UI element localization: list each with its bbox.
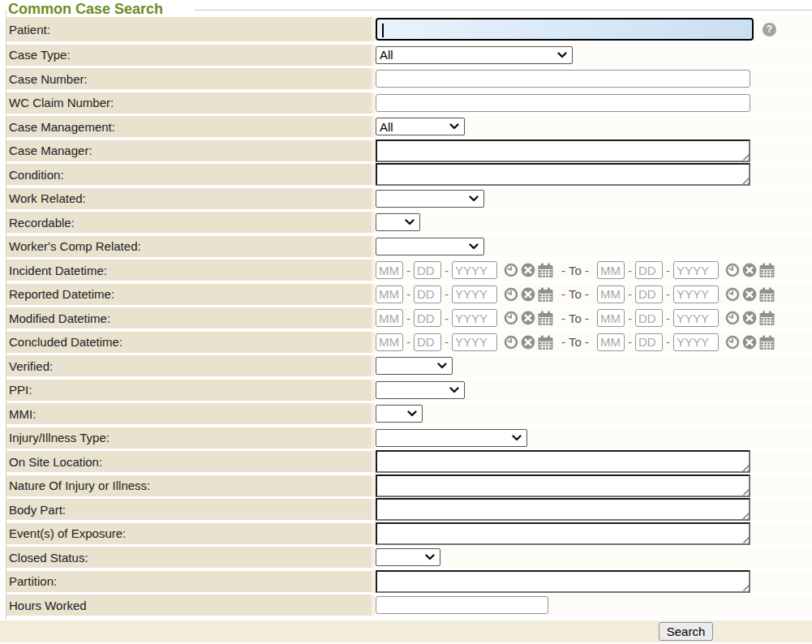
mmi-select[interactable] [376, 405, 423, 423]
verified-select[interactable] [376, 357, 453, 375]
concluded-from-month-input[interactable] [376, 333, 403, 351]
case-number-input[interactable] [376, 70, 750, 88]
concluded-from-year-input[interactable] [452, 333, 497, 351]
incident-datetime-field-cell: - - - To - - - [375, 260, 812, 281]
work-related-label: Work Related: [6, 188, 372, 209]
reported-from-year-input[interactable] [452, 286, 497, 303]
closed-status-select[interactable] [376, 548, 440, 566]
search-button[interactable]: Search [659, 622, 713, 641]
case-number-label: Case Number: [6, 68, 372, 89]
concluded-datetime-range: - - - To - - - [376, 333, 775, 351]
clock-icon[interactable] [504, 287, 518, 302]
clock-icon[interactable] [504, 335, 518, 350]
form-row-case-manager: Case Manager: [6, 140, 812, 161]
reported-from-month-input[interactable] [376, 286, 403, 303]
calendar-icon[interactable] [759, 335, 775, 350]
verified-label: Verified: [6, 355, 372, 376]
concluded-to-day-input[interactable] [635, 333, 663, 351]
form-row-reported-datetime: Reported Datetime: - - - To - - [6, 284, 812, 305]
clear-icon[interactable] [521, 263, 535, 277]
modified-to-year-input[interactable] [673, 309, 719, 327]
modified-from-month-input[interactable] [376, 309, 403, 327]
case-type-select[interactable]: All [376, 46, 573, 64]
form-row-condition: Condition: [6, 164, 812, 185]
form-row-nature-of-injury: Nature Of Injury or Illness: [6, 475, 812, 496]
patient-field-cell: ? [375, 17, 812, 41]
ppi-label: PPI: [6, 380, 372, 401]
body-part-field-cell [375, 499, 812, 520]
calendar-icon[interactable] [759, 263, 775, 277]
date-separator: - [628, 335, 632, 349]
calendar-icon[interactable] [538, 287, 553, 302]
fieldset-border-top [195, 10, 812, 11]
work-related-select[interactable] [376, 190, 484, 208]
clock-icon[interactable] [504, 263, 518, 277]
form-row-events-of-exposure: Event(s) of Exposure: [6, 523, 812, 544]
incident-to-day-input[interactable] [635, 261, 663, 279]
clear-icon[interactable] [521, 287, 535, 302]
modified-to-day-input[interactable] [635, 309, 663, 327]
case-manager-field-cell [375, 140, 812, 161]
calendar-icon[interactable] [538, 263, 553, 277]
ppi-select[interactable] [376, 381, 465, 399]
wc-claim-number-input[interactable] [376, 94, 750, 112]
incident-from-month-input[interactable] [376, 261, 403, 279]
clock-icon[interactable] [725, 311, 740, 325]
modified-from-year-input[interactable] [452, 309, 497, 327]
incident-from-day-input[interactable] [414, 261, 441, 279]
patient-input[interactable] [376, 18, 754, 41]
date-separator: - [445, 264, 449, 277]
chevron-down-icon [405, 219, 415, 225]
case-manager-textarea[interactable] [376, 140, 750, 162]
workers-comp-related-select[interactable] [376, 238, 484, 255]
reported-datetime-field-cell: - - - To - - - [375, 284, 812, 305]
clock-icon[interactable] [504, 311, 518, 325]
injury-illness-type-select[interactable] [376, 429, 527, 447]
body-part-textarea[interactable] [376, 498, 750, 521]
condition-textarea[interactable] [376, 163, 750, 186]
reported-to-day-input[interactable] [635, 286, 663, 303]
calendar-icon[interactable] [759, 311, 775, 325]
incident-from-year-input[interactable] [452, 261, 497, 279]
reported-to-year-input[interactable] [673, 286, 719, 303]
patient-label: Patient: [6, 17, 372, 41]
clock-icon[interactable] [725, 263, 740, 277]
hours-worked-input[interactable] [376, 596, 548, 614]
reported-to-month-input[interactable] [597, 286, 625, 303]
chevron-down-icon [557, 52, 567, 58]
case-type-field-cell: All [375, 45, 812, 66]
clear-icon[interactable] [742, 263, 757, 277]
chevron-down-icon [437, 363, 447, 369]
concluded-from-day-input[interactable] [414, 333, 441, 351]
recordable-select[interactable] [376, 213, 420, 231]
clock-icon[interactable] [725, 287, 740, 302]
form-row-case-management: Case Management: All [6, 116, 812, 137]
clear-icon[interactable] [742, 287, 757, 302]
clear-icon[interactable] [521, 311, 535, 325]
modified-from-day-input[interactable] [414, 309, 441, 327]
clear-icon[interactable] [521, 335, 535, 350]
calendar-icon[interactable] [759, 287, 775, 302]
clear-icon[interactable] [742, 335, 757, 350]
clock-icon[interactable] [725, 335, 740, 350]
clear-icon[interactable] [742, 311, 757, 325]
concluded-to-year-input[interactable] [673, 333, 719, 351]
case-management-select[interactable]: All [376, 118, 465, 135]
partition-label: Partition: [6, 571, 372, 592]
workers-comp-related-label: Worker's Comp Related: [6, 236, 372, 257]
reported-from-day-input[interactable] [414, 286, 441, 303]
modified-datetime-label: Modified Datetime: [6, 307, 372, 328]
modified-to-month-input[interactable] [597, 309, 625, 327]
help-icon[interactable]: ? [763, 23, 776, 36]
nature-of-injury-textarea[interactable] [376, 474, 750, 497]
events-of-exposure-textarea[interactable] [376, 522, 750, 545]
on-site-location-textarea[interactable] [376, 450, 750, 473]
calendar-icon[interactable] [538, 335, 553, 350]
mmi-field-cell [375, 403, 812, 424]
form-row-closed-status: Closed Status: [6, 547, 812, 568]
partition-textarea[interactable] [376, 570, 750, 593]
concluded-to-month-input[interactable] [597, 333, 625, 351]
incident-to-year-input[interactable] [673, 261, 719, 279]
incident-to-month-input[interactable] [597, 261, 625, 279]
calendar-icon[interactable] [538, 311, 553, 325]
